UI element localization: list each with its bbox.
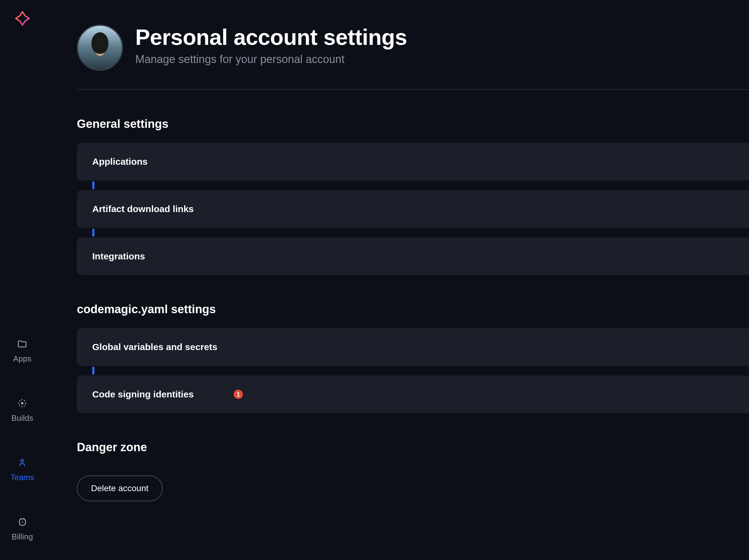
nav-item-builds[interactable]: Builds — [12, 397, 33, 423]
main-content: Personal account settings Manage setting… — [77, 0, 749, 501]
logo-icon — [15, 10, 30, 26]
panel-code-signing-identities[interactable]: Code signing identities 1 — [77, 375, 749, 413]
panel-label: Applications — [92, 156, 148, 167]
svg-point-2 — [21, 459, 24, 462]
panel-connector — [92, 366, 749, 375]
nav-item-apps[interactable]: Apps — [13, 338, 31, 364]
panel-label: Artifact download links — [92, 204, 194, 214]
delete-account-button[interactable]: Delete account — [77, 475, 163, 501]
avatar[interactable] — [77, 25, 123, 71]
nav-item-billing[interactable]: Billing — [12, 516, 33, 542]
section-general: General settings Applications Artifact d… — [77, 117, 749, 275]
nav-items: Apps Builds Teams Billing — [0, 338, 45, 560]
nav-label: Billing — [12, 532, 33, 542]
builds-icon — [16, 397, 28, 409]
page-header: Personal account settings Manage setting… — [77, 25, 749, 90]
panel-integrations[interactable]: Integrations — [77, 238, 749, 275]
nav-label: Builds — [12, 413, 33, 423]
svg-point-1 — [22, 402, 23, 404]
panel-label: Integrations — [92, 251, 145, 262]
panel-applications[interactable]: Applications — [77, 143, 749, 180]
panel-connector — [92, 228, 749, 238]
sidebar: Apps Builds Teams Billing — [0, 0, 45, 560]
section-title-danger: Danger zone — [77, 441, 749, 454]
page-subtitle: Manage settings for your personal accoun… — [135, 53, 407, 66]
teams-icon — [16, 457, 28, 468]
section-title-general: General settings — [77, 117, 749, 131]
nav-label: Teams — [10, 473, 34, 482]
header-text: Personal account settings Manage setting… — [135, 25, 407, 66]
nav-label: Apps — [13, 354, 31, 364]
panel-label: Global variables and secrets — [92, 342, 217, 352]
page-title: Personal account settings — [135, 25, 407, 50]
logo[interactable] — [13, 9, 32, 28]
folder-icon — [16, 338, 28, 350]
panel-artifact-download-links[interactable]: Artifact download links — [77, 190, 749, 228]
panel-connector — [92, 180, 749, 190]
billing-icon — [17, 516, 28, 528]
section-title-yaml: codemagic.yaml settings — [77, 303, 749, 316]
nav-item-teams[interactable]: Teams — [10, 457, 34, 482]
section-yaml: codemagic.yaml settings Global variables… — [77, 303, 749, 413]
panel-label: Code signing identities — [92, 389, 194, 400]
section-danger: Danger zone Delete account — [77, 441, 749, 501]
notification-badge: 1 — [234, 390, 243, 399]
panel-global-variables[interactable]: Global variables and secrets — [77, 328, 749, 366]
